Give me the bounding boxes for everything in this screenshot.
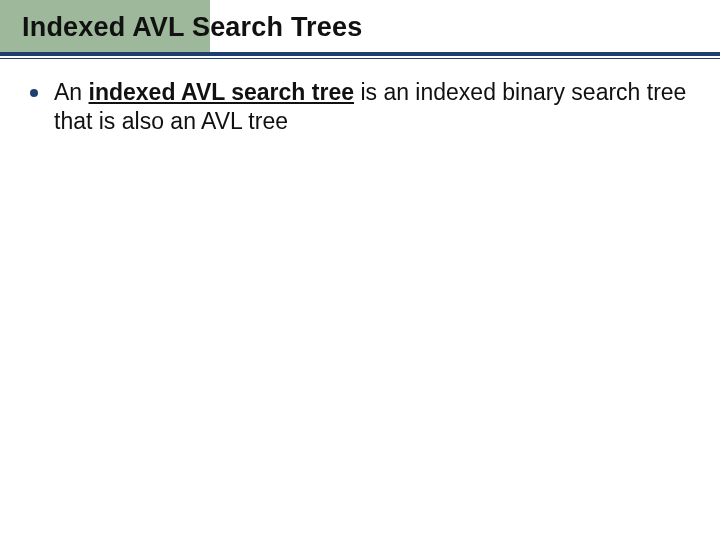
slide-body: An indexed AVL search tree is an indexed… — [30, 78, 692, 137]
list-item: An indexed AVL search tree is an indexed… — [30, 78, 692, 137]
title-underline — [0, 52, 720, 59]
rule-thick — [0, 52, 720, 56]
bullet-text: An indexed AVL search tree is an indexed… — [54, 78, 692, 137]
bullet-icon — [30, 89, 38, 97]
bullet-lead: An — [54, 79, 89, 105]
rule-thin — [0, 58, 720, 59]
bullet-term: indexed AVL search tree — [89, 79, 354, 105]
slide-title: Indexed AVL Search Trees — [22, 12, 362, 43]
slide: Indexed AVL Search Trees An indexed AVL … — [0, 0, 720, 540]
